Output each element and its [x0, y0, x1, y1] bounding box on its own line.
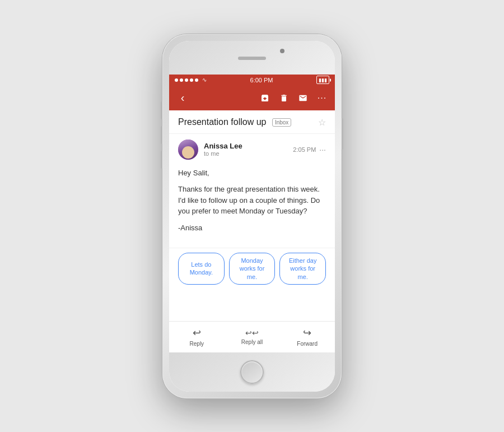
archive-button[interactable] [256, 90, 273, 106]
subject-row: Presentation follow up Inbox ☆ [178, 117, 326, 128]
sender-time: 2:05 PM [293, 146, 316, 153]
sender-time-row: 2:05 PM ··· [293, 145, 326, 154]
email-body: Hey Salit, Thanks for the great presenta… [169, 165, 335, 248]
bottom-bar: ↩ Reply ↩↩ Reply all ↪ Forward [169, 321, 335, 352]
sender-info: Anissa Lee to me [204, 142, 287, 157]
camera [280, 49, 284, 53]
signal-dot-5 [195, 78, 198, 82]
phone-bottom-bezel [169, 352, 335, 392]
email-paragraph: Thanks for the great presentation this w… [178, 184, 326, 217]
avatar-image [178, 140, 198, 160]
email-greeting: Hey Salit, [178, 168, 326, 179]
wifi-icon: ∿ [202, 77, 207, 83]
smart-replies: Lets do Monday. Monday works for me. Eit… [169, 248, 335, 291]
forward-label: Forward [297, 341, 318, 347]
sender-to: to me [204, 150, 287, 157]
reply-label: Reply [190, 341, 204, 347]
signal-dot-4 [190, 78, 193, 82]
inbox-badge: Inbox [272, 118, 291, 127]
signal-dot-3 [185, 78, 188, 82]
back-button[interactable]: ‹ [174, 89, 192, 107]
email-content: Presentation follow up Inbox ☆ Aniss [169, 110, 335, 321]
phone-top-bezel [169, 41, 335, 75]
email-button[interactable] [295, 90, 311, 106]
delete-button[interactable] [276, 90, 292, 106]
avatar-face [182, 146, 194, 159]
email-signature: -Anissa [178, 222, 326, 234]
phone-frame: ∿ 6:00 PM ▮▮▮ ‹ [162, 34, 342, 398]
status-bar: ∿ 6:00 PM ▮▮▮ [169, 75, 335, 86]
reply-all-label: Reply all [241, 339, 263, 345]
reply-icon: ↩ [193, 327, 201, 339]
smart-reply-2[interactable]: Monday works for me. [229, 253, 276, 285]
email-subject: Presentation follow up [178, 117, 266, 127]
phone-inner: ∿ 6:00 PM ▮▮▮ ‹ [169, 41, 335, 392]
toolbar: ‹ [169, 86, 335, 110]
signal-dot-1 [175, 78, 178, 82]
signal-dot-2 [180, 78, 183, 82]
sender-name: Anissa Lee [204, 142, 287, 150]
subject-area: Presentation follow up Inbox [178, 117, 291, 127]
toolbar-actions: ··· [256, 90, 330, 106]
signal-dots: ∿ [175, 77, 207, 83]
forward-button[interactable]: ↪ Forward [279, 327, 335, 347]
more-button[interactable]: ··· [314, 90, 330, 106]
message-more-button[interactable]: ··· [319, 145, 326, 154]
smart-reply-3[interactable]: Either day works for me. [279, 253, 326, 285]
star-button[interactable]: ☆ [318, 117, 326, 128]
battery-icon: ▮▮▮ [316, 76, 329, 84]
smart-reply-1[interactable]: Lets do Monday. [178, 253, 225, 285]
screen: ∿ 6:00 PM ▮▮▮ ‹ [169, 75, 335, 352]
forward-icon: ↪ [303, 327, 311, 339]
speaker [238, 57, 266, 60]
reply-all-button[interactable]: ↩↩ Reply all [225, 328, 280, 345]
status-time: 6:00 PM [250, 77, 273, 83]
sender-row: Anissa Lee to me 2:05 PM ··· [169, 134, 335, 165]
avatar [178, 140, 198, 160]
email-header: Presentation follow up Inbox ☆ [169, 110, 335, 134]
reply-button[interactable]: ↩ Reply [169, 327, 225, 347]
reply-all-icon: ↩↩ [245, 328, 259, 337]
home-button[interactable] [240, 360, 264, 384]
